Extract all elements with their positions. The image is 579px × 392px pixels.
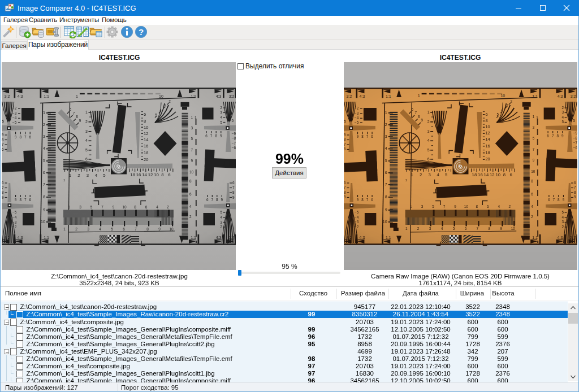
svg-text:?: ? — [138, 27, 143, 37]
